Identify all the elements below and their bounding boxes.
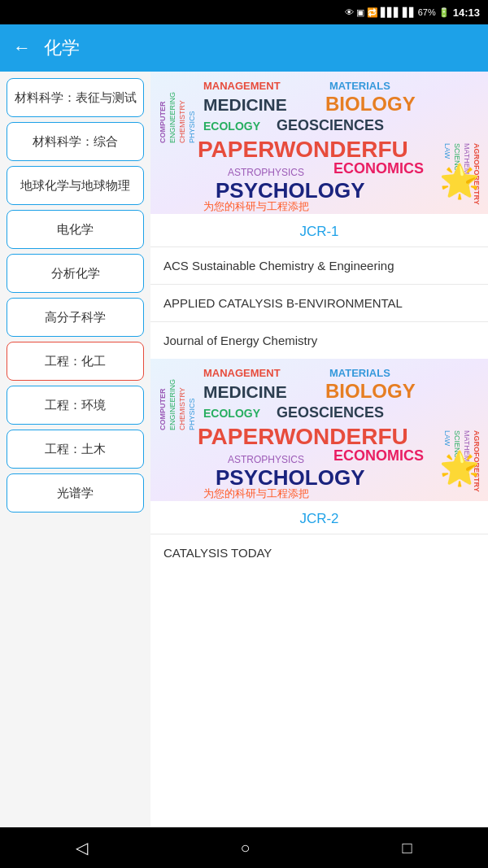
svg-text:MEDICINE: MEDICINE bbox=[203, 382, 287, 401]
battery-text: 67% bbox=[418, 7, 436, 17]
jcr2-label: JCR-2 bbox=[150, 501, 488, 534]
word-cloud-svg-2: COMPUTER ENGINEERING CHEMISTRY PHYSICS A… bbox=[150, 359, 488, 501]
svg-text:PSYCHOLOGY: PSYCHOLOGY bbox=[216, 465, 364, 490]
word-cloud-1: COMPUTER ENGINEERING CHEMISTRY PHYSICS A… bbox=[150, 72, 488, 214]
nav-home-button[interactable]: ○ bbox=[240, 839, 250, 857]
sidebar-item-electrochemistry[interactable]: 电化学 bbox=[7, 210, 144, 249]
sidebar-item-geochemistry[interactable]: 地球化学与地球物理 bbox=[7, 166, 144, 205]
svg-text:CHEMISTRY: CHEMISTRY bbox=[178, 387, 186, 430]
status-bar: 👁 ▣ 🔁 ▋▋▋ ▋▋ 67% 🔋 14:13 bbox=[0, 0, 488, 24]
sidebar-item-analytical[interactable]: 分析化学 bbox=[7, 254, 144, 293]
svg-text:PSYCHOLOGY: PSYCHOLOGY bbox=[216, 178, 364, 203]
journal-item-catalysis-today[interactable]: CATALYSIS TODAY bbox=[150, 534, 488, 571]
sidebar: 材料科学：表征与测试 材料科学：综合 地球化学与地球物理 电化学 分析化学 高分… bbox=[0, 72, 150, 827]
svg-text:ECONOMICS: ECONOMICS bbox=[333, 160, 424, 177]
sidebar-item-engineering-civil[interactable]: 工程：土木 bbox=[7, 430, 144, 469]
svg-text:LAW: LAW bbox=[443, 430, 451, 447]
svg-text:ECOLOGY: ECOLOGY bbox=[203, 407, 261, 420]
nav-recent-button[interactable]: □ bbox=[402, 839, 412, 857]
svg-text:PHYSICS: PHYSICS bbox=[188, 111, 196, 143]
svg-text:MEDICINE: MEDICINE bbox=[203, 95, 287, 114]
svg-text:GEOSCIENCES: GEOSCIENCES bbox=[277, 404, 384, 421]
svg-text:PAPERWONDERFU: PAPERWONDERFU bbox=[198, 137, 408, 162]
svg-text:为您的科研与工程添把: 为您的科研与工程添把 bbox=[203, 487, 309, 499]
page-title: 化学 bbox=[44, 36, 80, 60]
sidebar-item-materials-comp[interactable]: 材料科学：综合 bbox=[7, 122, 144, 161]
svg-text:COMPUTER: COMPUTER bbox=[159, 388, 167, 430]
sidebar-item-engineering-env[interactable]: 工程：环境 bbox=[7, 386, 144, 425]
time-display: 14:13 bbox=[453, 7, 480, 19]
journal-content: COMPUTER ENGINEERING CHEMISTRY PHYSICS A… bbox=[150, 72, 488, 827]
journal-item-applied-catalysis[interactable]: APPLIED CATALYSIS B-ENVIRONMENTAL bbox=[150, 284, 488, 321]
svg-text:🌟: 🌟 bbox=[439, 448, 480, 487]
icon-nfc: ▣ bbox=[356, 7, 364, 18]
journal-item-energy-chemistry[interactable]: Journal of Energy Chemistry bbox=[150, 321, 488, 359]
svg-text:CHEMISTRY: CHEMISTRY bbox=[178, 100, 186, 143]
svg-text:LAW: LAW bbox=[443, 143, 451, 159]
battery-icon: 🔋 bbox=[438, 7, 450, 18]
jcr1-section: JCR-1 ACS Sustainable Chemistry & Engine… bbox=[150, 214, 488, 359]
status-icons: 👁 ▣ 🔁 ▋▋▋ ▋▋ 67% 🔋 bbox=[345, 7, 450, 18]
jcr2-section: JCR-2 CATALYSIS TODAY bbox=[150, 501, 488, 571]
svg-text:BIOLOGY: BIOLOGY bbox=[325, 380, 416, 402]
header: ← 化学 bbox=[0, 24, 488, 72]
svg-text:MATERIALS: MATERIALS bbox=[329, 80, 390, 92]
svg-text:GEOSCIENCES: GEOSCIENCES bbox=[277, 117, 384, 133]
sidebar-item-materials-test[interactable]: 材料科学：表征与测试 bbox=[7, 78, 144, 117]
word-cloud-2: COMPUTER ENGINEERING CHEMISTRY PHYSICS A… bbox=[150, 359, 488, 501]
jcr1-label: JCR-1 bbox=[150, 214, 488, 246]
svg-text:ECOLOGY: ECOLOGY bbox=[203, 120, 261, 133]
main-content: 材料科学：表征与测试 材料科学：综合 地球化学与地球物理 电化学 分析化学 高分… bbox=[0, 72, 488, 827]
icon-signal1: ▋▋▋ bbox=[381, 7, 400, 18]
svg-text:为您的科研与工程添把: 为您的科研与工程添把 bbox=[203, 200, 309, 212]
svg-text:COMPUTER: COMPUTER bbox=[159, 101, 167, 143]
svg-text:PHYSICS: PHYSICS bbox=[188, 398, 196, 430]
svg-text:MANAGEMENT: MANAGEMENT bbox=[203, 367, 281, 379]
word-cloud-svg-1: COMPUTER ENGINEERING CHEMISTRY PHYSICS A… bbox=[150, 72, 488, 214]
bottom-nav: ◁ ○ □ bbox=[0, 827, 488, 868]
sidebar-item-polymer[interactable]: 高分子科学 bbox=[7, 298, 144, 337]
svg-text:ECONOMICS: ECONOMICS bbox=[333, 447, 424, 464]
icon-wifi: 🔁 bbox=[367, 7, 378, 18]
icon-signal2: ▋▋ bbox=[403, 7, 416, 18]
journal-item-acs[interactable]: ACS Sustainable Chemistry & Engineering bbox=[150, 246, 488, 284]
back-button[interactable]: ← bbox=[13, 37, 31, 59]
icon-eye: 👁 bbox=[345, 7, 354, 17]
svg-text:PAPERWONDERFU: PAPERWONDERFU bbox=[198, 424, 408, 449]
svg-text:ENGINEERING: ENGINEERING bbox=[168, 379, 176, 430]
svg-text:BIOLOGY: BIOLOGY bbox=[325, 93, 416, 115]
sidebar-item-spectroscopy[interactable]: 光谱学 bbox=[7, 473, 144, 513]
svg-text:🌟: 🌟 bbox=[439, 161, 480, 200]
sidebar-item-engineering-chem[interactable]: 工程：化工 bbox=[7, 342, 144, 381]
svg-text:ASTROPHYSICS: ASTROPHYSICS bbox=[228, 454, 304, 465]
svg-text:ASTROPHYSICS: ASTROPHYSICS bbox=[228, 167, 304, 178]
nav-back-button[interactable]: ◁ bbox=[76, 838, 88, 857]
svg-text:ENGINEERING: ENGINEERING bbox=[168, 92, 176, 143]
svg-text:MATERIALS: MATERIALS bbox=[329, 367, 390, 379]
svg-text:MANAGEMENT: MANAGEMENT bbox=[203, 80, 281, 92]
